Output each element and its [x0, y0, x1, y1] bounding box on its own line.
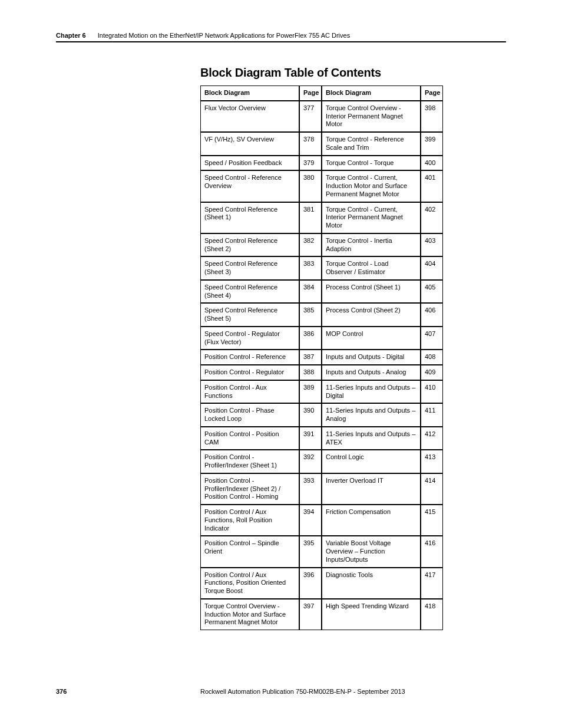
table-cell-page: 398: [421, 101, 443, 132]
table-cell-name: Diagnostic Tools: [322, 568, 421, 599]
table-cell-page: 410: [421, 380, 443, 404]
table-cell-page: 381: [299, 202, 322, 233]
table-cell-page: 383: [299, 256, 322, 280]
table-cell-name: Position Control - Aux Functions: [200, 380, 299, 404]
table-cell-name: Speed Control - Reference Overview: [200, 170, 299, 202]
table-cell-name: Inputs and Outputs - Analog: [322, 365, 421, 380]
table-cell-name: Torque Control Overview - Interior Perma…: [322, 101, 421, 132]
table-cell-name: Flux Vector Overview: [200, 101, 299, 132]
table-cell-name: Position Control - Regulator: [200, 365, 299, 380]
table-cell-name: MOP Control: [322, 327, 421, 350]
table-cell-name: Speed Control - Regulator (Flux Vector): [200, 327, 299, 350]
table-cell-name: Inputs and Outputs - Digital: [322, 350, 421, 365]
table-cell-page: 400: [421, 156, 443, 171]
page-footer: 376 Rockwell Automation Publication 750-…: [56, 688, 506, 695]
table-cell-name: VF (V/Hz), SV Overview: [200, 132, 299, 156]
table-cell-name: Torque Control - Inertia Adaption: [322, 233, 421, 257]
table-cell-name: Process Control (Sheet 1): [322, 280, 421, 304]
table-cell-page: 418: [421, 599, 443, 630]
table-cell-page: 412: [421, 427, 443, 450]
table-cell-page: 397: [299, 599, 322, 630]
table-cell-page: 387: [299, 350, 322, 365]
table-cell-page: 417: [421, 568, 443, 599]
table-cell-name: Torque Control - Current, Induction Moto…: [322, 170, 421, 202]
table-cell-page: 413: [421, 450, 443, 473]
col-header-page: Page: [299, 85, 322, 101]
table-cell-name: Position Control / Aux Functions, Positi…: [200, 568, 299, 599]
table-cell-page: 396: [299, 568, 322, 599]
table-cell-name: Position Control - Profiler/Indexer (She…: [200, 450, 299, 473]
table-cell-name: Position Control – Spindle Orient: [200, 536, 299, 567]
table-cell-page: 405: [421, 280, 443, 304]
table-cell-page: 378: [299, 132, 322, 156]
table-cell-page: 416: [421, 536, 443, 567]
table-cell-name: Position Control - Position CAM: [200, 427, 299, 450]
page-number: 376: [56, 688, 200, 695]
block-diagram-toc-table: Block Diagram Page Block Diagram Page Fl…: [200, 85, 505, 630]
table-cell-name: Inverter Overload IT: [322, 473, 421, 505]
table-cell-name: Friction Compensation: [322, 505, 421, 536]
table-cell-page: 385: [299, 303, 322, 327]
table-cell-name: Variable Boost Voltage Overview – Functi…: [322, 536, 421, 567]
table-cell-page: 415: [421, 505, 443, 536]
chapter-title: Integrated Motion on the EtherNet/IP Net…: [98, 32, 350, 39]
table-cell-name: Speed Control Reference (Sheet 1): [200, 202, 299, 233]
table-cell-page: 380: [299, 170, 322, 202]
table-cell-name: 11-Series Inputs and Outputs – Analog: [322, 403, 421, 427]
table-cell-name: 11-Series Inputs and Outputs – Digital: [322, 380, 421, 404]
table-cell-name: Speed Control Reference (Sheet 2): [200, 233, 299, 257]
table-cell-name: Position Control - Reference: [200, 350, 299, 365]
table-cell-name: Speed Control Reference (Sheet 3): [200, 256, 299, 280]
col-header-block-diagram: Block Diagram: [200, 85, 299, 101]
section-title: Block Diagram Table of Contents: [200, 66, 505, 80]
table-cell-name: Torque Control - Current, Interior Perma…: [322, 202, 421, 233]
table-cell-name: Torque Control - Torque: [322, 156, 421, 171]
chapter-label: Chapter 6: [56, 32, 86, 39]
table-cell-name: Position Control - Phase Locked Loop: [200, 403, 299, 427]
table-cell-page: 384: [299, 280, 322, 304]
table-cell-page: 391: [299, 427, 322, 450]
table-cell-page: 394: [299, 505, 322, 536]
table-cell-page: 414: [421, 473, 443, 505]
table-cell-page: 388: [299, 365, 322, 380]
table-cell-page: 386: [299, 327, 322, 350]
table-cell-page: 403: [421, 233, 443, 257]
table-cell-page: 382: [299, 233, 322, 257]
table-cell-name: Process Control (Sheet 2): [322, 303, 421, 327]
main-content: Block Diagram Table of Contents Block Di…: [200, 66, 505, 630]
table-cell-name: Speed / Position Feedback: [200, 156, 299, 171]
table-cell-page: 377: [299, 101, 322, 132]
col-header-page: Page: [421, 85, 443, 101]
table-cell-name: Speed Control Reference (Sheet 5): [200, 303, 299, 327]
table-cell-name: High Speed Trending Wizard: [322, 599, 421, 630]
table-cell-page: 406: [421, 303, 443, 327]
table-cell-page: 409: [421, 365, 443, 380]
table-cell-page: 389: [299, 380, 322, 404]
table-cell-page: 404: [421, 256, 443, 280]
table-cell-name: Position Control / Aux Functions, Roll P…: [200, 505, 299, 536]
table-cell-name: Position Control - Profiler/Indexer (She…: [200, 473, 299, 505]
table-cell-name: Control Logic: [322, 450, 421, 473]
table-cell-page: 393: [299, 473, 322, 505]
table-cell-name: Speed Control Reference (Sheet 4): [200, 280, 299, 304]
table-cell-name: 11-Series Inputs and Outputs – ATEX: [322, 427, 421, 450]
running-header: Chapter 6 Integrated Motion on the Ether…: [56, 32, 506, 42]
table-cell-page: 392: [299, 450, 322, 473]
table-cell-name: Torque Control Overview - Induction Moto…: [200, 599, 299, 630]
table-cell-page: 390: [299, 403, 322, 427]
table-cell-page: 379: [299, 156, 322, 171]
table-cell-page: 411: [421, 403, 443, 427]
table-cell-page: 399: [421, 132, 443, 156]
table-cell-name: Torque Control - Load Observer / Estimat…: [322, 256, 421, 280]
table-cell-page: 402: [421, 202, 443, 233]
table-cell-page: 395: [299, 536, 322, 567]
table-cell-page: 401: [421, 170, 443, 202]
document-page: Chapter 6 Integrated Motion on the Ether…: [0, 0, 562, 728]
table-cell-name: Torque Control - Reference Scale and Tri…: [322, 132, 421, 156]
col-header-block-diagram: Block Diagram: [322, 85, 421, 101]
table-cell-page: 408: [421, 350, 443, 365]
publication-info: Rockwell Automation Publication 750-RM00…: [200, 688, 506, 695]
table-cell-page: 407: [421, 327, 443, 350]
